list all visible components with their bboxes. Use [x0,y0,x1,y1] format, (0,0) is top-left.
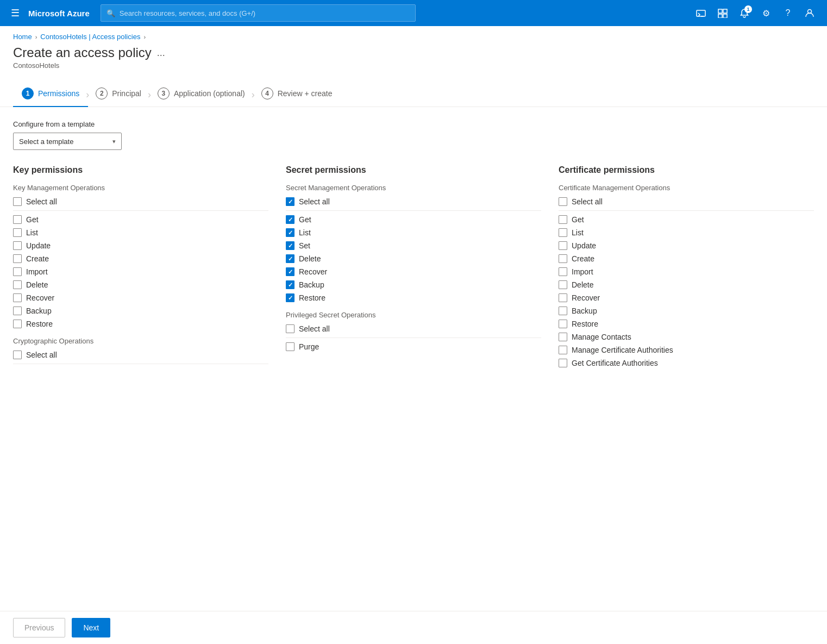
cert-import-checkbox[interactable] [559,267,567,276]
key-get-checkbox[interactable] [13,215,22,224]
secret-backup-label[interactable]: Backup [299,280,324,289]
secret-select-all-label[interactable]: Select all [299,197,330,206]
secret-recover-label[interactable]: Recover [299,267,327,276]
key-permissions-column: Key permissions Key Management Operation… [13,165,268,372]
key-get-label[interactable]: Get [26,215,39,224]
cert-get-label[interactable]: Get [572,215,584,224]
notifications-icon[interactable]: 1 [736,4,753,22]
key-update-checkbox[interactable] [13,241,22,250]
cert-manage-ca-checkbox[interactable] [559,346,567,354]
secret-get-row: Get [286,215,541,224]
key-select-all-checkbox[interactable] [13,197,22,206]
secret-select-all-checkbox[interactable] [286,197,295,206]
cert-delete-checkbox[interactable] [559,280,567,289]
key-restore-label[interactable]: Restore [26,320,53,328]
cert-update-label[interactable]: Update [572,241,596,250]
cert-import-label[interactable]: Import [572,267,593,276]
secret-set-label[interactable]: Set [299,241,310,250]
key-crypto-select-all-label[interactable]: Select all [26,351,57,359]
cert-manage-ca-label[interactable]: Manage Certificate Authorities [572,346,673,354]
cert-restore-label[interactable]: Restore [572,320,598,328]
key-divider-2 [13,364,268,364]
key-create-checkbox[interactable] [13,254,22,263]
secret-backup-checkbox[interactable] [286,280,295,289]
secret-restore-checkbox[interactable] [286,293,295,302]
secret-list-label[interactable]: List [299,228,311,237]
help-icon[interactable]: ? [779,4,797,22]
breadcrumb-sep-2: › [143,34,146,40]
cert-list-checkbox[interactable] [559,228,567,237]
key-crypto-select-all-row: Select all [13,351,268,359]
key-recover-label[interactable]: Recover [26,293,54,302]
tab-review[interactable]: 4 Review + create [253,83,341,107]
cert-recover-label[interactable]: Recover [572,293,600,302]
template-dropdown[interactable]: Select a template ▾ [13,133,122,150]
secret-recover-checkbox[interactable] [286,267,295,276]
portal-menu-icon[interactable] [714,4,731,22]
breadcrumb-parent[interactable]: ContosoHotels | Access policies [40,33,140,41]
cert-get-checkbox[interactable] [559,215,567,224]
breadcrumb-home[interactable]: Home [13,33,32,41]
cert-delete-label[interactable]: Delete [572,280,593,289]
tab-principal[interactable]: 2 Principal [87,83,150,107]
search-box[interactable]: 🔍 Search resources, services, and docs (… [101,4,416,22]
secret-priv-select-all-label[interactable]: Select all [299,324,330,333]
key-import-label[interactable]: Import [26,267,48,276]
key-recover-row: Recover [13,293,268,302]
key-backup-label[interactable]: Backup [26,307,52,315]
secret-permissions-column: Secret permissions Secret Management Ope… [286,165,541,372]
cert-select-all-checkbox[interactable] [559,197,567,206]
key-update-label[interactable]: Update [26,241,51,250]
cert-restore-row: Restore [559,320,814,328]
key-mgmt-subtitle: Key Management Operations [13,184,268,192]
cert-restore-checkbox[interactable] [559,320,567,328]
secret-purge-checkbox[interactable] [286,342,295,351]
secret-delete-label[interactable]: Delete [299,254,321,263]
key-delete-checkbox[interactable] [13,280,22,289]
key-list-label[interactable]: List [26,228,38,237]
cert-manage-contacts-checkbox[interactable] [559,333,567,341]
cert-get-ca-checkbox[interactable] [559,359,567,367]
svg-rect-2 [718,9,722,13]
cert-update-checkbox[interactable] [559,241,567,250]
cert-select-all-label[interactable]: Select all [572,197,603,206]
key-select-all-label[interactable]: Select all [26,197,57,206]
hamburger-icon[interactable]: ☰ [9,5,22,21]
secret-purge-label[interactable]: Purge [299,342,319,351]
tab-num-1: 1 [22,87,34,99]
cert-create-label[interactable]: Create [572,254,594,263]
key-list-checkbox[interactable] [13,228,22,237]
secret-set-checkbox[interactable] [286,241,295,250]
key-create-label[interactable]: Create [26,254,49,263]
key-backup-checkbox[interactable] [13,307,22,315]
account-icon[interactable] [801,4,818,22]
cert-update-row: Update [559,241,814,250]
key-import-checkbox[interactable] [13,267,22,276]
secret-delete-checkbox[interactable] [286,254,295,263]
key-delete-label[interactable]: Delete [26,280,48,289]
azure-logo: Microsoft Azure [28,9,90,18]
cert-manage-contacts-label[interactable]: Manage Contacts [572,333,631,341]
key-crypto-select-all-checkbox[interactable] [13,351,22,359]
cert-recover-checkbox[interactable] [559,293,567,302]
cert-list-label[interactable]: List [572,228,584,237]
key-restore-checkbox[interactable] [13,320,22,328]
secret-restore-label[interactable]: Restore [299,293,325,302]
cert-backup-label[interactable]: Backup [572,307,597,315]
secret-get-checkbox[interactable] [286,215,295,224]
secret-mgmt-subtitle: Secret Management Operations [286,184,541,192]
more-options-icon[interactable]: ... [157,47,165,59]
cert-get-ca-row: Get Certificate Authorities [559,359,814,367]
secret-list-checkbox[interactable] [286,228,295,237]
secret-priv-select-all-checkbox[interactable] [286,324,295,333]
tab-application[interactable]: 3 Application (optional) [149,83,254,107]
secret-get-label[interactable]: Get [299,215,311,224]
cloud-shell-icon[interactable] [692,4,710,22]
cert-backup-checkbox[interactable] [559,307,567,315]
settings-icon[interactable]: ⚙ [757,4,775,22]
cert-get-ca-label[interactable]: Get Certificate Authorities [572,359,658,367]
tab-permissions[interactable]: 1 Permissions [13,83,88,107]
cert-manage-contacts-row: Manage Contacts [559,333,814,341]
cert-create-checkbox[interactable] [559,254,567,263]
key-recover-checkbox[interactable] [13,293,22,302]
